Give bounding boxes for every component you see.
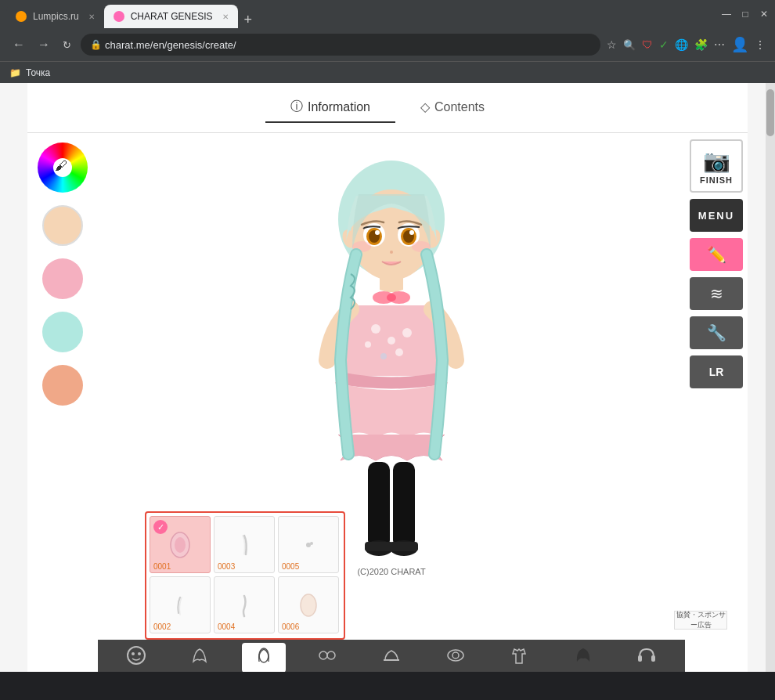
character-svg: [274, 141, 509, 564]
svg-point-23: [371, 324, 380, 334]
sponsor-text: 協賛・スポンサー広告: [675, 610, 726, 630]
tab-information-label: Information: [308, 100, 370, 114]
url-input[interactable]: 🔒 charat.me/en/genesis/create/: [81, 34, 600, 56]
svg-point-28: [380, 353, 387, 359]
svg-point-15: [409, 230, 414, 235]
tab-label-lumpics: Lumpics.ru: [33, 11, 79, 22]
page-inner: ⓘ Information ◇ Contents 🖌: [27, 83, 748, 672]
tab-label-charat: CHARAT GENESIS: [131, 11, 213, 22]
selector-item-0001[interactable]: ✓ 0001: [150, 516, 211, 573]
nav-item-outfit[interactable]: [497, 643, 541, 673]
bookmark-label[interactable]: Точка: [26, 67, 50, 78]
ear-shape-0005: [293, 529, 324, 561]
tab-close-charat[interactable]: ✕: [222, 13, 229, 21]
layers-tool-button[interactable]: ≋: [690, 277, 743, 310]
skin-color-swatch[interactable]: [42, 205, 83, 246]
selector-item-0005[interactable]: 0005: [278, 516, 339, 573]
window-controls: — □ ✕: [722, 9, 769, 19]
tab-favicon-charat: [114, 11, 124, 22]
sponsor-ad: 協賛・スポンサー広告: [674, 611, 727, 630]
address-bar: ← → ↻ 🔒 charat.me/en/genesis/create/ ☆ 🔍…: [0, 28, 775, 61]
svg-point-18: [390, 251, 393, 254]
svg-point-43: [259, 648, 269, 662]
ear-shape-0006: [293, 590, 324, 621]
color-wheel[interactable]: 🖌: [38, 143, 88, 193]
scrollbar-thumb[interactable]: [766, 89, 774, 136]
lr-tool-button[interactable]: LR: [690, 355, 743, 388]
tab-favicon-lumpics: [16, 11, 27, 22]
star-icon[interactable]: ☆: [607, 38, 617, 51]
ear-shape-0001: [164, 529, 196, 561]
hair-nav-icon: [189, 644, 211, 670]
tab-contents-label: Contents: [434, 100, 485, 114]
finish-button[interactable]: 📷 FINISH: [690, 139, 743, 193]
browser-toolbar-icons: ☆ 🔍 🛡 ✓ 🌐 🧩 ⋯ 👤 ⋮: [607, 36, 766, 53]
nav-item-eyes[interactable]: [305, 643, 349, 673]
nav-item-accessory[interactable]: [434, 643, 478, 673]
item-code-0001: 0001: [153, 562, 171, 571]
tab-information[interactable]: ⓘ Information: [265, 92, 395, 123]
edit-tool-button[interactable]: ✏️: [690, 238, 743, 271]
selector-grid: ✓ 0001 0003: [145, 511, 345, 640]
close-button[interactable]: ✕: [759, 9, 769, 19]
copyright-text: (C)2020 CHARAT: [357, 567, 425, 576]
svg-point-27: [395, 348, 403, 356]
nav-item-hairstyle2[interactable]: [561, 643, 605, 673]
maximize-button[interactable]: □: [741, 9, 750, 19]
tab-contents[interactable]: ◇ Contents: [395, 92, 510, 123]
menu-label: MENU: [698, 210, 734, 222]
selector-item-0003[interactable]: 0003: [214, 516, 275, 573]
pink-swatch[interactable]: [42, 258, 83, 299]
nav-item-headwear[interactable]: [369, 643, 413, 673]
selector-item-0002[interactable]: 0002: [150, 576, 211, 633]
shield-icon[interactable]: 🛡: [642, 38, 653, 51]
back-button[interactable]: ←: [9, 36, 28, 53]
bookmark-folder-icon: 📁: [9, 67, 21, 78]
minimize-button[interactable]: —: [722, 9, 731, 19]
headphones-nav-icon: [636, 644, 658, 670]
svg-point-51: [452, 652, 459, 659]
tab-charat[interactable]: CHARAT GENESIS ✕: [104, 5, 238, 28]
forward-button[interactable]: →: [34, 36, 53, 53]
layers-icon: ≋: [710, 284, 723, 303]
globe-icon[interactable]: 🌐: [675, 38, 688, 51]
selector-item-0004[interactable]: 0004: [214, 576, 275, 633]
lr-icon: LR: [709, 366, 724, 378]
selected-check-0001: ✓: [153, 520, 168, 534]
peach-swatch[interactable]: [42, 365, 83, 406]
settings-tool-button[interactable]: 🔧: [690, 316, 743, 349]
svg-point-39: [301, 594, 316, 616]
page-content: ⓘ Information ◇ Contents 🖌: [0, 83, 775, 672]
item-code-0006: 0006: [282, 622, 299, 631]
check-icon[interactable]: ✓: [659, 38, 669, 51]
svg-point-38: [310, 542, 313, 545]
tab-lumpics[interactable]: Lumpics.ru ✕: [6, 5, 104, 28]
menu-dots-icon[interactable]: ⋮: [755, 38, 766, 51]
more-icon[interactable]: ⋯: [714, 38, 725, 51]
face-nav-icon: [125, 644, 147, 670]
puzzle-icon[interactable]: 🧩: [694, 38, 708, 51]
item-code-0003: 0003: [218, 562, 235, 571]
item-code-0005: 0005: [282, 562, 299, 571]
scrollbar[interactable]: [766, 83, 775, 672]
url-text: charat.me/en/genesis/create/: [105, 39, 236, 51]
svg-point-45: [327, 651, 335, 659]
profile-icon[interactable]: 👤: [731, 36, 748, 53]
refresh-button[interactable]: ↻: [59, 38, 74, 52]
color-panel: 🖌: [27, 133, 98, 672]
svg-point-50: [448, 650, 463, 661]
nav-item-headphones[interactable]: [625, 643, 669, 673]
nav-item-ears[interactable]: [242, 643, 286, 673]
svg-rect-19: [380, 272, 403, 292]
menu-button[interactable]: MENU: [690, 199, 743, 232]
tab-close-lumpics[interactable]: ✕: [88, 13, 95, 21]
top-tabs: ⓘ Information ◇ Contents: [27, 83, 748, 133]
svg-rect-53: [651, 655, 655, 662]
nav-item-face[interactable]: [114, 643, 158, 673]
search-icon[interactable]: 🔍: [623, 39, 636, 51]
nav-item-hair[interactable]: [178, 643, 222, 673]
pencil-icon: ✏️: [707, 245, 726, 264]
new-tab-button[interactable]: +: [238, 12, 259, 28]
cyan-swatch[interactable]: [42, 312, 83, 352]
selector-item-0006[interactable]: 0006: [278, 576, 339, 633]
